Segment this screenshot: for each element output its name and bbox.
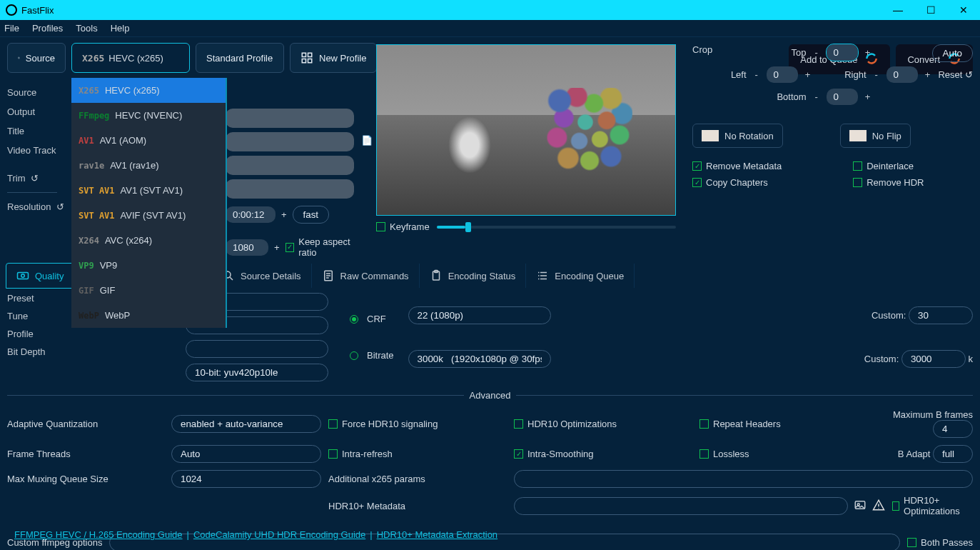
keep-aspect-checkbox[interactable]: ✓ [286, 243, 295, 252]
flip-thumb-icon [849, 130, 867, 141]
hdr10-browse-icon[interactable] [854, 499, 867, 514]
lossless-checkbox[interactable] [699, 449, 709, 459]
codec-option-hevc-nvenc-[interactable]: FFmpegHEVC (NVENC) [71, 103, 226, 128]
custom-crf-input[interactable] [909, 306, 973, 324]
res-plus[interactable]: + [274, 242, 280, 253]
menu-help[interactable]: Help [111, 23, 130, 34]
hdr10-opt-checkbox[interactable] [514, 419, 523, 429]
svg-point-7 [21, 274, 25, 278]
trim-plus[interactable]: + [281, 209, 287, 220]
crop-right-input[interactable] [886, 66, 918, 83]
codec-option-av1-rav1e-[interactable]: rav1eAV1 (rav1e) [71, 153, 226, 178]
menu-file[interactable]: File [4, 23, 19, 34]
copy-chapters-checkbox[interactable]: ✓ [692, 178, 702, 187]
repeat-headers-checkbox[interactable] [699, 419, 709, 429]
tab-encoding-queue[interactable]: Encoding Queue [526, 264, 635, 288]
crop-top-input[interactable] [827, 44, 858, 61]
b-adapt-input[interactable] [933, 445, 973, 463]
codec-dropdown[interactable]: X265HEVC (x265)FFmpegHEVC (NVENC)AV1AV1 … [71, 78, 227, 328]
label-adaptive-quant: Adaptive Quantization [7, 419, 164, 429]
bitrate-radio[interactable] [350, 351, 358, 360]
link-codecalamity-guide[interactable]: CodeCalamity UHD HDR Encoding Guide [193, 529, 365, 540]
codec-option-vp9[interactable]: VP9VP9 [71, 253, 226, 278]
browse-output-icon[interactable]: 📄 [361, 135, 373, 146]
both-passes-checkbox[interactable] [907, 538, 916, 547]
crf-select[interactable] [408, 306, 551, 324]
custom-bitrate-input[interactable] [901, 350, 966, 368]
custom-crf-label: Custom: [872, 310, 906, 321]
both-passes-label: Both Passes [921, 537, 973, 548]
source-path-input[interactable] [226, 109, 354, 128]
remove-hdr-checkbox[interactable] [853, 178, 862, 187]
link-hdr10-extraction[interactable]: HDR10+ Metadata Extraction [377, 529, 497, 540]
source-button[interactable]: Source [7, 43, 66, 73]
codec-option-avif-svt-av1-[interactable]: SVT AV1AVIF (SVT AV1) [71, 203, 226, 228]
hdr10plus-opt-checkbox[interactable] [892, 501, 899, 511]
video-track-select[interactable] [226, 179, 354, 199]
profile-select[interactable] [186, 340, 328, 358]
crop-reset-button[interactable]: Reset ↺ [938, 69, 973, 80]
adaptive-quant-select[interactable] [171, 415, 321, 433]
tab-encoding-status[interactable]: Encoding Status [420, 264, 527, 288]
hdr10-warning-icon [872, 499, 885, 514]
additional-params-input[interactable] [514, 470, 973, 488]
crop-right-minus[interactable]: - [872, 69, 881, 80]
close-button[interactable]: ✕ [947, 0, 980, 20]
max-b-frames-input[interactable] [933, 420, 973, 438]
bit-depth-select[interactable] [186, 364, 328, 381]
title-input[interactable] [226, 156, 354, 175]
codec-option-avc-x264-[interactable]: X264AVC (x264) [71, 228, 226, 253]
footer-links: FFMPEG HEVC / H.265 Encoding Guide | Cod… [14, 529, 497, 540]
codec-option-av1-svt-av1-[interactable]: SVT AV1AV1 (SVT AV1) [71, 178, 226, 203]
menu-tools[interactable]: Tools [76, 23, 97, 34]
crop-left-input[interactable] [767, 66, 798, 83]
crop-bottom-minus[interactable]: - [812, 91, 821, 102]
new-profile-button[interactable]: New Profile [290, 43, 377, 73]
crop-top-minus[interactable]: - [812, 47, 821, 58]
max-muxing-input[interactable] [171, 470, 321, 488]
codec-select[interactable]: X265 HEVC (x265) [71, 43, 190, 73]
resolution-input[interactable] [226, 239, 268, 256]
codec-option-hevc-x265-[interactable]: X265HEVC (x265) [71, 78, 226, 103]
remove-metadata-checkbox[interactable]: ✓ [692, 161, 702, 171]
codec-select-label: HEVC (x265) [108, 53, 163, 64]
crop-bottom-plus[interactable]: + [864, 91, 872, 102]
preview-slider[interactable] [437, 226, 676, 229]
standard-profile-button[interactable]: Standard Profile [196, 43, 284, 73]
trim-fast-button[interactable]: fast [293, 206, 329, 224]
menu-profiles[interactable]: Profiles [32, 23, 63, 34]
crop-auto-button[interactable]: Auto [932, 44, 973, 62]
output-path-input[interactable] [226, 132, 354, 151]
maximize-button[interactable]: ☐ [914, 0, 947, 20]
trim-time-input[interactable] [226, 206, 276, 223]
hdr10-metadata-input[interactable] [514, 497, 848, 515]
tab-quality[interactable]: Quality [6, 263, 74, 289]
crop-right-plus[interactable]: + [924, 69, 932, 80]
minimize-button[interactable]: — [882, 0, 914, 20]
crf-radio[interactable] [350, 315, 358, 324]
deinterlace-checkbox[interactable] [853, 161, 862, 171]
additional-params-label: Additional x265 params [328, 474, 507, 484]
intra-smoothing-checkbox[interactable]: ✓ [514, 449, 523, 459]
codec-option-webp[interactable]: WebPWebP [71, 303, 226, 328]
force-hdr10-checkbox[interactable] [328, 419, 338, 429]
flip-select[interactable]: No Flip [840, 124, 911, 148]
crop-bottom-input[interactable] [827, 89, 858, 105]
frame-threads-select[interactable] [171, 445, 321, 463]
crop-top-plus[interactable]: + [864, 47, 872, 58]
reset-resolution-icon[interactable]: ↺ [56, 201, 64, 212]
remove-metadata-label: Remove Metadata [706, 161, 782, 171]
link-ffmpeg-guide[interactable]: FFMPEG HEVC / H.265 Encoding Guide [14, 529, 183, 540]
codec-option-av1-aom-[interactable]: AV1AV1 (AOM) [71, 128, 226, 153]
tab-raw-commands[interactable]: Raw Commands [312, 264, 420, 288]
crop-left-minus[interactable]: - [752, 69, 761, 80]
video-preview[interactable] [376, 44, 676, 216]
intra-refresh-checkbox[interactable] [328, 449, 338, 459]
reset-trim-icon[interactable]: ↺ [31, 173, 39, 184]
codec-option-gif[interactable]: GIFGIF [71, 278, 226, 303]
keyframe-checkbox[interactable] [376, 222, 385, 231]
codec-logo-icon: X264 [79, 236, 99, 246]
crop-left-plus[interactable]: + [804, 69, 812, 80]
rotation-select[interactable]: No Rotation [692, 124, 783, 148]
bitrate-select[interactable] [408, 350, 551, 368]
